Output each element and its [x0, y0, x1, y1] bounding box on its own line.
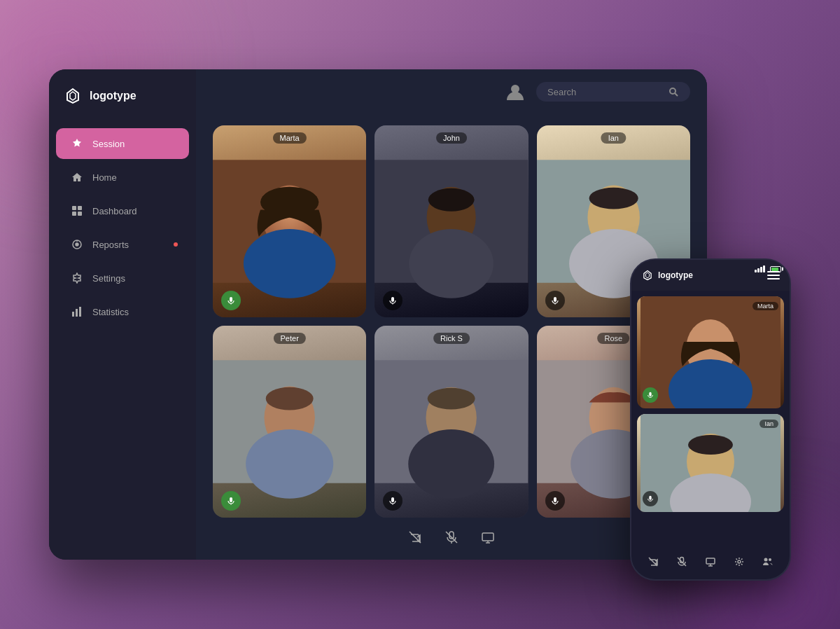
svg-rect-24 — [391, 297, 394, 302]
svg-point-40 — [409, 429, 495, 499]
svg-rect-42 — [391, 497, 394, 502]
screen-share-button[interactable] — [477, 526, 499, 548]
svg-point-5 — [76, 243, 78, 246]
phone-device: logotype Marta — [630, 258, 791, 581]
statistics-label: Statistics — [92, 307, 129, 317]
svg-rect-53 — [482, 533, 493, 541]
svg-point-16 — [244, 229, 336, 298]
logo-icon — [63, 86, 83, 106]
phone-settings-button[interactable] — [730, 553, 748, 571]
svg-rect-30 — [554, 297, 556, 302]
phone-logo-area: logotype — [641, 269, 693, 282]
svg-point-35 — [266, 387, 314, 410]
phone-camera-off-button[interactable] — [644, 553, 662, 571]
svg-rect-0 — [72, 206, 76, 210]
svg-rect-3 — [78, 212, 82, 216]
svg-rect-68 — [706, 558, 715, 564]
mic-ian — [545, 291, 565, 310]
phone-topbar: logotype — [631, 260, 790, 291]
phone-mic-ian — [643, 491, 658, 506]
video-cell-rick: Rick S — [374, 326, 528, 518]
phone-participant-name-marta: Marta — [752, 302, 778, 310]
mic-off-button[interactable] — [440, 526, 463, 548]
svg-point-71 — [738, 560, 741, 563]
participant-name-rose: Rose — [597, 333, 629, 344]
svg-line-65 — [649, 558, 657, 566]
phone-mic-off-button[interactable] — [673, 553, 691, 571]
battery-icon — [770, 266, 781, 272]
svg-point-12 — [670, 88, 676, 94]
svg-point-63 — [688, 435, 733, 455]
phone-video-grid: Marta Ian — [631, 291, 790, 518]
svg-point-29 — [589, 188, 638, 209]
search-icon — [668, 86, 679, 97]
participant-name-ian: Ian — [601, 132, 626, 144]
sidebar-item-home[interactable]: Home — [56, 162, 189, 193]
svg-rect-59 — [649, 392, 651, 396]
svg-point-22 — [410, 229, 494, 298]
svg-rect-47 — [554, 497, 556, 502]
svg-rect-8 — [72, 312, 74, 317]
video-cell-peter: Peter — [213, 326, 366, 518]
svg-point-41 — [428, 388, 475, 410]
svg-point-73 — [769, 558, 771, 561]
laptop-device: logotype Session Home — [49, 69, 707, 560]
svg-line-66 — [678, 558, 686, 566]
signal-bars — [755, 265, 765, 272]
phone-screen-share-button[interactable] — [701, 553, 720, 571]
dashboard-icon — [70, 204, 84, 218]
settings-icon — [70, 271, 84, 285]
participant-name-marta: Marta — [273, 132, 307, 144]
svg-rect-9 — [76, 309, 78, 317]
call-toolbar — [404, 526, 499, 548]
sidebar-item-dashboard[interactable]: Dashboard — [56, 195, 189, 226]
phone-mic-marta — [643, 387, 658, 403]
camera-off-button[interactable] — [404, 526, 426, 548]
scene: logotype Session Home — [49, 48, 791, 581]
svg-line-13 — [675, 93, 678, 96]
svg-point-72 — [764, 558, 768, 562]
phone-cell-ian: Ian — [637, 414, 784, 512]
svg-marker-7 — [74, 273, 80, 283]
phone-participant-name-ian: Ian — [760, 420, 778, 428]
mic-rose — [545, 491, 565, 511]
mic-marta — [221, 291, 241, 310]
svg-rect-2 — [72, 212, 76, 216]
sidebar-item-settings[interactable]: Settings — [56, 263, 189, 293]
home-icon — [70, 170, 84, 184]
star-icon — [70, 137, 84, 151]
video-cell-marta: Marta — [213, 125, 366, 317]
topbar: Search — [196, 69, 707, 114]
svg-point-34 — [246, 429, 333, 499]
session-label: Session — [92, 139, 125, 149]
sidebar-item-session[interactable]: Session — [56, 128, 189, 159]
user-avatar-icon[interactable] — [504, 81, 526, 103]
participant-name-rick: Rick S — [433, 333, 470, 344]
reports-label: Reposrts — [92, 240, 129, 250]
svg-rect-36 — [230, 497, 232, 502]
svg-rect-18 — [230, 297, 232, 302]
svg-rect-64 — [649, 496, 651, 500]
reports-icon — [70, 237, 84, 251]
phone-logo-icon — [641, 269, 654, 282]
phone-participants-button[interactable] — [759, 553, 777, 571]
svg-rect-1 — [78, 206, 82, 210]
logo-area: logotype — [49, 86, 196, 127]
search-box[interactable]: Search — [536, 82, 690, 102]
phone-cell-marta: Marta — [637, 296, 784, 408]
svg-point-23 — [428, 188, 475, 212]
logo-text: logotype — [90, 90, 136, 102]
sidebar-item-reports[interactable]: Reposrts — [56, 229, 189, 260]
participant-name-peter: Peter — [274, 333, 306, 344]
phone-logo-text: logotype — [658, 270, 693, 280]
search-placeholder: Search — [547, 87, 661, 97]
home-label: Home — [92, 172, 117, 183]
sidebar: logotype Session Home — [49, 69, 196, 560]
participant-name-john: John — [436, 132, 467, 144]
phone-toolbar — [631, 553, 790, 571]
settings-label: Settings — [92, 273, 125, 284]
statistics-icon — [70, 305, 84, 319]
mic-peter — [221, 491, 241, 511]
dashboard-label: Dashboard — [92, 206, 137, 216]
sidebar-item-statistics[interactable]: Statistics — [56, 296, 189, 327]
